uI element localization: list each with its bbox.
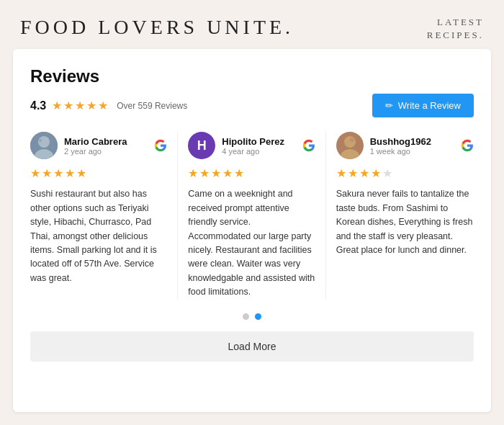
review-card-2: H Hipolito Perez 4 year ago ★ ★ ★ ★ ★	[178, 132, 325, 299]
reviews-grid: Mario Cabrera 2 year ago ★ ★ ★ ★ ★ Sushi…	[30, 132, 474, 299]
svg-point-7	[350, 138, 354, 142]
write-review-button[interactable]: ✏ Write a Review	[372, 94, 474, 117]
svg-point-5	[344, 136, 356, 148]
header-right-label: LATEST RECIPES.	[427, 16, 484, 42]
reviewer-meta-2: Hipolito Perez 4 year ago	[222, 136, 295, 156]
pagination-dot-1[interactable]	[243, 313, 249, 320]
rating-row: 4.3 ★ ★ ★ ★ ★ Over 559 Reviews ✏ Write a…	[30, 94, 474, 117]
review-stars-3: ★ ★ ★ ★ ★	[336, 166, 474, 180]
reviewer-name-1: Mario Cabrera	[64, 136, 148, 147]
reviewer-info-1: Mario Cabrera 2 year ago	[30, 132, 167, 159]
reviewer-info-3: Bushhog1962 1 week ago	[336, 132, 474, 159]
google-icon-1	[154, 139, 167, 152]
rating-summary: 4.3 ★ ★ ★ ★ ★ Over 559 Reviews	[30, 99, 187, 112]
reviewer-time-2: 4 year ago	[222, 147, 295, 156]
star-2: ★	[63, 99, 73, 112]
pagination-dot-2[interactable]	[255, 313, 261, 320]
reviews-heading: Reviews	[30, 66, 474, 86]
star-3: ★	[75, 99, 85, 112]
overall-rating: 4.3	[30, 99, 46, 112]
reviews-card: Reviews 4.3 ★ ★ ★ ★ ★ Over 559 Reviews ✏…	[13, 49, 491, 412]
pencil-icon: ✏	[385, 100, 393, 111]
review-count: Over 559 Reviews	[117, 101, 187, 111]
site-title: FOOD LOVERS UNITE.	[20, 16, 294, 39]
reviewer-name-3: Bushhog1962	[370, 136, 454, 147]
svg-point-3	[39, 139, 42, 142]
reviewer-info-2: H Hipolito Perez 4 year ago	[188, 132, 315, 159]
review-text-2: Came on a weeknight and received prompt …	[188, 187, 315, 299]
avatar-3	[336, 132, 364, 159]
reviewer-name-2: Hipolito Perez	[222, 136, 295, 147]
review-stars-2: ★ ★ ★ ★ ★	[188, 166, 315, 180]
review-stars-1: ★ ★ ★ ★ ★	[30, 166, 167, 180]
reviewer-time-1: 2 year ago	[64, 147, 148, 156]
avatar-1	[30, 132, 58, 159]
review-card-1: Mario Cabrera 2 year ago ★ ★ ★ ★ ★ Sushi…	[30, 132, 178, 299]
review-card-3: Bushhog1962 1 week ago ★ ★ ★ ★ ★ Sakura …	[326, 132, 474, 299]
overall-stars: ★ ★ ★ ★ ★	[52, 99, 108, 112]
reviewer-meta-3: Bushhog1962 1 week ago	[370, 136, 454, 156]
load-more-button[interactable]: Load More	[30, 331, 474, 362]
pagination-dots	[30, 313, 474, 320]
reviewer-time-3: 1 week ago	[370, 147, 454, 156]
review-text-3: Sakura never fails to tantalize the tast…	[336, 187, 474, 257]
star-5: ★	[98, 99, 108, 112]
star-1: ★	[52, 99, 62, 112]
reviewer-meta-1: Mario Cabrera 2 year ago	[64, 136, 148, 156]
svg-point-1	[38, 136, 50, 148]
write-review-label: Write a Review	[398, 100, 461, 111]
google-icon-3	[461, 139, 474, 152]
page-header: FOOD LOVERS UNITE. LATEST RECIPES.	[0, 0, 504, 49]
google-icon-2	[302, 139, 315, 152]
review-text-1: Sushi restaurant but also has other opti…	[30, 187, 167, 285]
avatar-2: H	[188, 132, 215, 159]
star-4: ★	[86, 99, 96, 112]
